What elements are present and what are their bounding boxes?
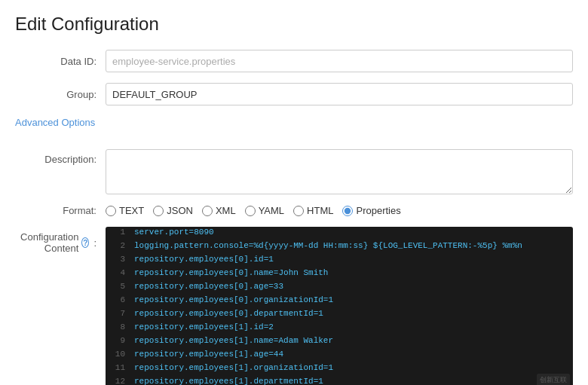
code-line: 9repository.employees[1].name=Adam Walke… bbox=[106, 335, 573, 349]
format-radio-text[interactable] bbox=[106, 206, 116, 216]
code-line: 11repository.employees[1].organizationId… bbox=[106, 362, 573, 376]
line-number: 9 bbox=[106, 335, 130, 346]
format-option-properties[interactable]: Properties bbox=[342, 205, 400, 216]
code-lines: 1server.port=80902logging.pattern.consol… bbox=[106, 227, 573, 385]
format-radio-yaml[interactable] bbox=[245, 206, 256, 216]
watermark: 创新互联 bbox=[537, 374, 570, 385]
code-editor[interactable]: 1server.port=80902logging.pattern.consol… bbox=[106, 227, 573, 385]
line-content: repository.employees[0].name=John Smith bbox=[130, 267, 332, 278]
line-content: repository.employees[1].departmentId=1 bbox=[130, 376, 328, 385]
code-line: 6repository.employees[0].organizationId=… bbox=[106, 295, 573, 308]
code-line: 2logging.pattern.console=%d{yyyy-MM-dd H… bbox=[106, 240, 573, 254]
format-label-html: HTML bbox=[307, 205, 333, 216]
format-label-yaml: YAML bbox=[259, 205, 284, 216]
format-option-yaml[interactable]: YAML bbox=[245, 205, 284, 216]
code-line: 1server.port=8090 bbox=[106, 227, 573, 240]
format-radio-xml[interactable] bbox=[202, 206, 213, 216]
group-input[interactable] bbox=[106, 83, 573, 105]
format-option-xml[interactable]: XML bbox=[202, 205, 236, 216]
format-label: Format: bbox=[15, 205, 106, 216]
line-number: 10 bbox=[106, 349, 130, 359]
line-content: repository.employees[0].departmentId=1 bbox=[130, 308, 328, 319]
format-radio-html[interactable] bbox=[293, 206, 304, 216]
line-number: 2 bbox=[106, 240, 130, 251]
line-content: server.port=8090 bbox=[130, 227, 219, 237]
format-option-text[interactable]: TEXT bbox=[106, 205, 144, 216]
code-line: 3repository.employees[0].id=1 bbox=[106, 254, 573, 267]
line-content: repository.employees[1].age=44 bbox=[130, 349, 288, 359]
line-number: 7 bbox=[106, 308, 130, 319]
line-number: 12 bbox=[106, 376, 130, 385]
group-row: Group: bbox=[15, 83, 573, 105]
line-content: repository.employees[0].age=33 bbox=[130, 281, 288, 292]
format-label-properties: Properties bbox=[356, 205, 400, 216]
help-icon[interactable]: ? bbox=[81, 237, 89, 248]
content-label-text: Configuration Content bbox=[15, 231, 78, 254]
line-content: repository.employees[0].organizationId=1 bbox=[130, 295, 338, 305]
line-number: 3 bbox=[106, 254, 130, 264]
code-line: 7repository.employees[0].departmentId=1 bbox=[106, 308, 573, 322]
description-label: Description: bbox=[15, 149, 106, 165]
advanced-options-section: Advanced Options bbox=[15, 116, 573, 139]
format-label-xml: XML bbox=[216, 205, 236, 216]
code-line: 10repository.employees[1].age=44 bbox=[106, 349, 573, 362]
format-row: Format: TEXT JSON XML YAML HTML bbox=[15, 205, 573, 216]
line-content: repository.employees[1].id=2 bbox=[130, 322, 278, 332]
line-number: 6 bbox=[106, 295, 130, 305]
line-number: 8 bbox=[106, 322, 130, 332]
advanced-options-link[interactable]: Advanced Options bbox=[15, 117, 95, 128]
line-number: 11 bbox=[106, 362, 130, 373]
line-number: 1 bbox=[106, 227, 130, 237]
content-row: Configuration Content ? : 1server.port=8… bbox=[15, 227, 573, 385]
line-content: repository.employees[1].organizationId=1 bbox=[130, 362, 338, 373]
content-label-container: Configuration Content ? : bbox=[15, 227, 106, 254]
format-radio-json[interactable] bbox=[153, 206, 164, 216]
description-textarea[interactable] bbox=[106, 149, 573, 194]
page-title: Edit Configuration bbox=[15, 8, 573, 35]
line-content: repository.employees[0].id=1 bbox=[130, 254, 278, 264]
data-id-label: Data ID: bbox=[15, 56, 106, 67]
format-radio-properties[interactable] bbox=[342, 206, 353, 216]
format-option-json[interactable]: JSON bbox=[153, 205, 193, 216]
code-line: 4repository.employees[0].name=John Smith bbox=[106, 267, 573, 281]
format-label-json: JSON bbox=[167, 205, 193, 216]
code-line: 5repository.employees[0].age=33 bbox=[106, 281, 573, 295]
line-content: repository.employees[1].name=Adam Walker bbox=[130, 335, 338, 346]
code-line: 8repository.employees[1].id=2 bbox=[106, 322, 573, 335]
data-id-input[interactable] bbox=[106, 50, 573, 72]
line-content: logging.pattern.console=%d{yyyy-MM-dd HH… bbox=[130, 240, 527, 251]
data-id-row: Data ID: bbox=[15, 50, 573, 72]
description-row: Description: bbox=[15, 149, 573, 194]
page-container: Edit Configuration Data ID: Group: Advan… bbox=[0, 0, 588, 385]
line-number: 4 bbox=[106, 267, 130, 278]
code-line: 12repository.employees[1].departmentId=1 bbox=[106, 376, 573, 385]
group-label: Group: bbox=[15, 89, 106, 100]
format-options: TEXT JSON XML YAML HTML Properties bbox=[106, 205, 401, 216]
format-label-text: TEXT bbox=[119, 205, 144, 216]
line-number: 5 bbox=[106, 281, 130, 292]
format-option-html[interactable]: HTML bbox=[293, 205, 333, 216]
